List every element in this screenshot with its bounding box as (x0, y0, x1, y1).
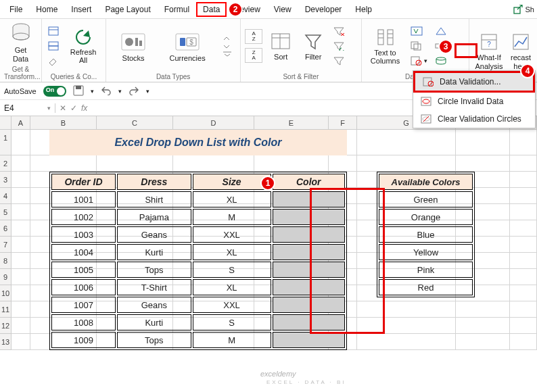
cell[interactable] (510, 285, 537, 301)
fx-icon[interactable]: fx (81, 103, 87, 113)
cell[interactable] (456, 130, 510, 155)
menu-developer[interactable]: Developer (298, 2, 349, 17)
row-header-9[interactable]: 9 (0, 269, 11, 285)
cell[interactable] (11, 285, 30, 301)
cell[interactable] (510, 318, 537, 334)
cell[interactable] (456, 318, 510, 334)
table-cell[interactable]: 1002 (51, 209, 116, 225)
consolidate-icon[interactable] (434, 24, 448, 38)
table-cell[interactable]: XXL (193, 297, 271, 313)
menu-page-layout[interactable]: Page Layout (98, 2, 157, 17)
table-cell[interactable]: XL (193, 244, 271, 260)
col-header-E[interactable]: E (254, 116, 329, 129)
cell[interactable] (510, 204, 537, 220)
cell[interactable] (510, 237, 537, 253)
table-cell[interactable]: Geans (117, 226, 191, 243)
save-dropdown-icon[interactable]: ▾ (91, 88, 94, 95)
row-header-13[interactable]: 13 (0, 334, 11, 350)
table-cell[interactable]: Shirt (117, 191, 191, 207)
clear-filter-icon[interactable] (331, 24, 346, 38)
cell[interactable] (357, 301, 456, 318)
links-icon[interactable] (46, 39, 61, 53)
table-cell[interactable]: XL (193, 191, 271, 207)
color-option[interactable]: Pink (379, 262, 473, 278)
data-model-icon[interactable] (434, 54, 448, 68)
get-data-button[interactable]: Get Data (4, 22, 37, 62)
row-header-12[interactable]: 12 (0, 318, 11, 334)
cell[interactable] (329, 155, 357, 172)
row-header-3[interactable]: 3 (0, 172, 11, 188)
color-cell[interactable] (273, 314, 346, 330)
advanced-filter-icon[interactable] (331, 54, 346, 68)
col-header-A[interactable]: A (11, 116, 30, 129)
cell[interactable] (510, 130, 537, 155)
table-cell[interactable]: M (193, 332, 271, 348)
save-icon[interactable] (73, 85, 84, 97)
filter-button[interactable]: Filter (299, 31, 327, 61)
color-option[interactable]: Green (379, 191, 473, 207)
color-option[interactable]: Red (379, 279, 473, 295)
undo-icon[interactable] (101, 86, 112, 97)
table-cell[interactable]: Tops (117, 332, 191, 348)
cell[interactable] (11, 204, 30, 220)
cell[interactable] (510, 269, 537, 285)
table-cell[interactable]: 1004 (51, 244, 116, 260)
table-cell[interactable]: 1001 (51, 191, 116, 207)
cell[interactable] (11, 220, 30, 237)
table-cell[interactable]: XL (193, 279, 271, 295)
row-header-8[interactable]: 8 (0, 253, 11, 269)
menu-view[interactable]: View (267, 2, 298, 17)
row-header-11[interactable]: 11 (0, 301, 11, 318)
table-cell[interactable]: Tops (117, 262, 191, 278)
redo-icon[interactable] (129, 86, 139, 97)
cell[interactable] (510, 155, 537, 172)
cell[interactable] (510, 188, 537, 204)
sort-az-button[interactable]: AZ (245, 29, 262, 44)
cell[interactable] (357, 318, 456, 334)
menu-circle-invalid[interactable]: Circle Invalid Data (413, 93, 535, 110)
col-header-C[interactable]: C (97, 116, 173, 129)
row-header-2[interactable]: 2 (0, 155, 11, 172)
cell[interactable] (11, 172, 30, 188)
color-cell[interactable] (273, 209, 346, 225)
row-header-6[interactable]: 6 (0, 220, 11, 237)
color-cell[interactable] (273, 191, 346, 207)
color-option[interactable]: Yellow (379, 244, 473, 260)
cell[interactable] (357, 155, 456, 172)
sort-button[interactable]: Sort (266, 31, 295, 61)
cell[interactable] (357, 334, 456, 350)
table-cell[interactable]: Kurti (117, 244, 191, 260)
table-cell[interactable]: 1003 (51, 226, 116, 243)
cell[interactable] (510, 172, 537, 188)
row-header-5[interactable]: 5 (0, 204, 11, 220)
cell[interactable] (510, 253, 537, 269)
datatypes-nav[interactable] (223, 35, 231, 57)
table-cell[interactable]: Kurti (117, 314, 191, 330)
table-cell[interactable]: T-Shirt (117, 279, 191, 295)
sort-za-button[interactable]: ZA (245, 48, 262, 63)
table-cell[interactable]: S (193, 314, 271, 330)
cell[interactable] (97, 155, 173, 172)
row-header-4[interactable]: 4 (0, 188, 11, 204)
cell[interactable] (456, 301, 510, 318)
cell[interactable] (456, 155, 510, 172)
share-button[interactable]: Sh (513, 5, 534, 14)
row-header-10[interactable]: 10 (0, 285, 11, 301)
cell[interactable] (11, 253, 30, 269)
menu-clear-circles[interactable]: Clear Validation Circles (413, 110, 535, 128)
table-cell[interactable]: 1006 (51, 279, 116, 295)
cell[interactable] (11, 334, 30, 350)
data-validation-button[interactable]: ▾ (409, 54, 429, 68)
accept-icon[interactable]: ✓ (70, 103, 77, 113)
row-header-7[interactable]: 7 (0, 237, 11, 253)
currencies-button[interactable]: $ Currencies (169, 30, 206, 62)
color-cell[interactable] (273, 244, 346, 260)
select-all-triangle[interactable] (0, 116, 11, 129)
color-cell[interactable] (273, 297, 346, 313)
cell[interactable] (11, 237, 30, 253)
undo-dropdown-icon[interactable]: ▾ (118, 88, 122, 95)
row-header-1[interactable]: 1 (0, 130, 11, 155)
color-cell[interactable] (273, 332, 346, 348)
col-header-F[interactable]: F (329, 116, 357, 129)
table-cell[interactable]: M (193, 209, 271, 225)
